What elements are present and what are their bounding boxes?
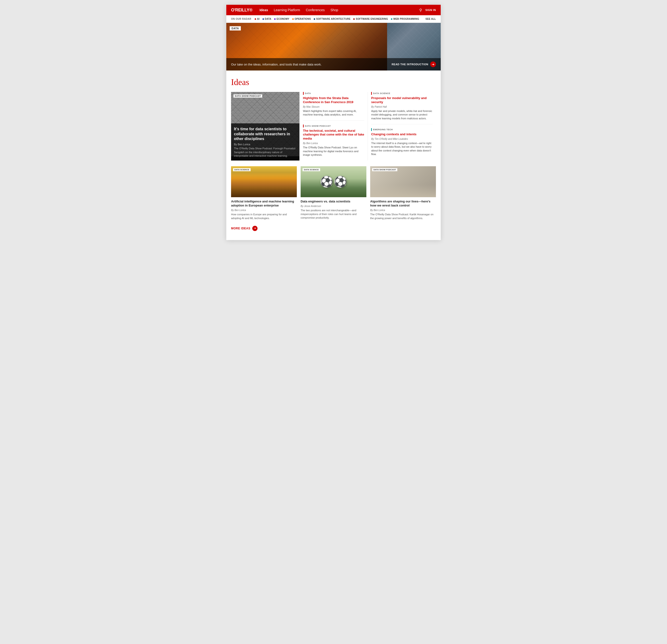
card-title-data-engineers: Data engineers vs. data scientists	[300, 200, 367, 204]
radar-tags: AI DATA ECONOMY OPERATIONS SOFTWARE ARCH…	[255, 18, 425, 20]
hero-tagline: Our take on the ideas, information, and …	[231, 63, 322, 66]
card-badge-data-science: DATA SCIENCE	[303, 168, 320, 171]
tag-label: DATA SHOW PODCAST	[305, 125, 331, 127]
card-byline-algorithms: By Ben Lorica	[370, 209, 436, 212]
more-ideas-arrow-icon: ➔	[252, 226, 258, 231]
article-tag: EMERGING TECH	[371, 128, 433, 131]
soccer-ball-2	[335, 176, 346, 188]
ideas-grid: DATA SHOW PODCAST It's time for data sci…	[231, 92, 436, 161]
card-desc-data-engineers: The two positions are not interchangeabl…	[300, 209, 367, 219]
radar-tag-operations[interactable]: OPERATIONS	[292, 18, 311, 20]
article-title-strata[interactable]: Highlights from the Strata Data Conferen…	[303, 96, 364, 104]
article-tag: DATA SHOW PODCAST	[303, 125, 364, 128]
tag-bar-icon	[371, 128, 372, 131]
article-desc-vulnerability: Apply fair and private models, white-hat…	[371, 109, 433, 120]
hero-cta-arrow-icon: ➔	[430, 62, 436, 67]
article-desc-strata: Watch highlights from expert talks cover…	[303, 109, 364, 117]
card-title-algorithms: Algorithms are shaping our lives—here's …	[370, 200, 436, 208]
card-image-algorithms: DATA SHOW PODCAST	[370, 166, 436, 197]
featured-article-desc: The O'Reilly Data Show Podcast: Forough …	[234, 147, 297, 158]
card-image-london: DATA SCIENCE	[231, 166, 297, 197]
hero-overlay: Our take on the ideas, information, and …	[226, 58, 441, 70]
radar-tag-ai[interactable]: AI	[255, 18, 260, 20]
nav-right: ⚲ SIGN IN	[419, 8, 436, 12]
more-ideas-link[interactable]: MORE IDEAS ➔	[231, 226, 436, 233]
hero-cta-button[interactable]: READ THE INTRODUCTION ➔	[392, 62, 436, 67]
soccer-ball-1	[321, 176, 332, 188]
card-image-soccer: DATA SCIENCE	[300, 166, 367, 197]
featured-article-badge: DATA SHOW PODCAST	[233, 94, 262, 98]
article-item-vulnerability[interactable]: DATA SCIENCE Proposals for model vulnera…	[371, 92, 433, 124]
tag-label: EMERGING TECH	[373, 128, 393, 131]
tag-bar-icon	[371, 92, 372, 95]
more-ideas-text: MORE IDEAS	[231, 227, 250, 230]
card-desc-ai-europe: How companies in Europe are preparing fo…	[231, 213, 297, 220]
radar-tag-software-engineering[interactable]: SOFTWARE ENGINEERING	[353, 18, 388, 20]
nav-link-conferences[interactable]: Conferences	[306, 8, 325, 12]
nav-link-learning-platform[interactable]: Learning Platform	[274, 8, 300, 12]
article-desc-fake-media: The O'Reilly Data Show Podcast: Siwei Ly…	[303, 146, 364, 157]
search-icon[interactable]: ⚲	[419, 8, 422, 12]
bottom-cards: DATA SCIENCE Artificial intelligence and…	[231, 166, 436, 220]
tag-bar-icon	[303, 92, 304, 95]
card-title-ai-europe: Artificial intelligence and machine lear…	[231, 200, 297, 208]
card-desc-algorithms: The O'Reilly Data Show Podcast: Kartik H…	[370, 213, 436, 220]
card-byline-data-engineers: By Jesse Anderson	[300, 205, 367, 208]
secondary-navigation: ON OUR RADAR AI DATA ECONOMY OPERATIONS	[226, 15, 441, 23]
article-byline-vulnerability: By Patrick Hall	[371, 105, 433, 108]
featured-article-byline: By Ben Lorica	[234, 143, 297, 146]
article-item-strata[interactable]: DATA Highlights from the Strata Data Con…	[303, 92, 364, 121]
hero-cta-text: READ THE INTRODUCTION	[392, 63, 428, 66]
article-byline-strata: By Mac Slocum	[303, 105, 364, 108]
nav-links: Ideas Learning Platform Conferences Shop	[259, 8, 419, 12]
article-desc-contexts: The internet itself is a changing contex…	[371, 142, 433, 156]
tag-bar-icon	[303, 125, 304, 128]
card-algorithms[interactable]: DATA SHOW PODCAST Algorithms are shaping…	[370, 166, 436, 220]
nav-link-shop[interactable]: Shop	[330, 8, 338, 12]
card-badge-ai: DATA SCIENCE	[233, 168, 250, 171]
card-ai-europe[interactable]: DATA SCIENCE Artificial intelligence and…	[231, 166, 297, 220]
site-logo[interactable]: O'REILLY®	[231, 7, 252, 13]
article-item-contexts[interactable]: EMERGING TECH Changing contexts and inte…	[371, 128, 433, 160]
article-tag: DATA	[303, 92, 364, 95]
article-byline-fake-media: By Ben Lorica	[303, 142, 364, 145]
article-title-fake-media[interactable]: The technical, societal, and cultural ch…	[303, 129, 364, 141]
featured-article-caption: It's time for data scientists to collabo…	[231, 123, 299, 161]
article-title-vulnerability[interactable]: Proposals for model vulnerability and se…	[371, 96, 433, 104]
hero-data-badge: DATA	[230, 26, 241, 31]
articles-column-2: DATA Highlights from the Strata Data Con…	[299, 92, 368, 161]
tag-label: DATA SCIENCE	[373, 92, 390, 95]
card-data-engineers[interactable]: DATA SCIENCE Data engineers vs. data sci…	[300, 166, 367, 220]
top-navigation: O'REILLY® Ideas Learning Platform Confer…	[226, 5, 441, 15]
radar-tag-web-programming[interactable]: WEB PROGRAMMING	[391, 18, 419, 20]
radar-tag-software-architecture[interactable]: SOFTWARE ARCHITECTURE	[314, 18, 351, 20]
sign-in-button[interactable]: SIGN IN	[425, 9, 436, 12]
tag-label: DATA	[305, 92, 311, 95]
main-content: Ideas DATA SHOW PODCAST It's time for da…	[226, 70, 441, 240]
featured-article-headline: It's time for data scientists to collabo…	[234, 127, 297, 142]
card-byline-ai-europe: By Ben Lorica	[231, 209, 297, 212]
nav-link-ideas[interactable]: Ideas	[259, 8, 268, 12]
article-tag: DATA SCIENCE	[371, 92, 433, 95]
card-badge-podcast: DATA SHOW PODCAST	[372, 168, 397, 171]
ideas-section-title: Ideas	[231, 77, 436, 87]
featured-article[interactable]: DATA SHOW PODCAST It's time for data sci…	[231, 92, 299, 161]
see-all-link[interactable]: SEE ALL	[425, 18, 436, 20]
radar-tag-data[interactable]: DATA	[262, 18, 272, 20]
article-byline-contexts: By Tim O'Reilly and Mike Loukides	[371, 138, 433, 140]
hero-banner: DATA Our take on the ideas, information,…	[226, 23, 441, 70]
article-item-fake-media[interactable]: DATA SHOW PODCAST The technical, societa…	[303, 125, 364, 161]
radar-tag-economy[interactable]: ECONOMY	[274, 18, 289, 20]
articles-column-3: DATA SCIENCE Proposals for model vulnera…	[368, 92, 436, 161]
article-title-contexts[interactable]: Changing contexts and intents	[371, 132, 433, 136]
on-radar-label: ON OUR RADAR	[231, 18, 251, 20]
